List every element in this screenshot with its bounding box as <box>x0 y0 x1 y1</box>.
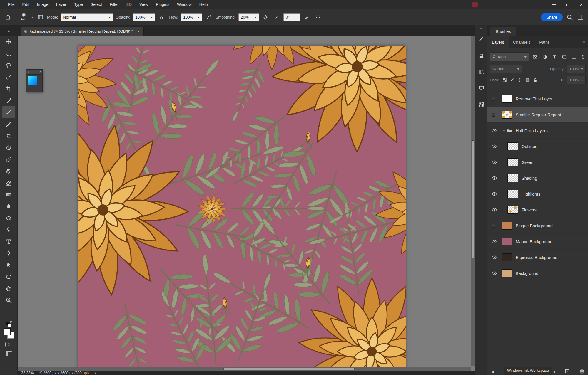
lock-transparent-icon[interactable] <box>502 77 507 83</box>
angle-field[interactable]: 0° <box>283 13 300 21</box>
layer-row[interactable]: Half Drop Layers <box>487 123 588 139</box>
canvas-area[interactable]: » × 33.33% © 3600 px x 3600 px (300 ppi)… <box>18 36 475 375</box>
visibility-toggle[interactable] <box>492 97 502 101</box>
layer-thumbnail[interactable] <box>507 190 518 198</box>
link-layers-icon[interactable] <box>490 368 497 374</box>
search-icon[interactable] <box>565 13 574 21</box>
toolbar-expand-button[interactable]: » <box>0 28 18 36</box>
tab-paths[interactable]: Paths <box>535 36 554 48</box>
share-button[interactable]: Share <box>541 13 563 21</box>
menu-image[interactable]: Image <box>33 0 52 9</box>
menu-type[interactable]: Type <box>70 0 87 9</box>
pen-tool[interactable] <box>2 247 15 259</box>
blur-tool[interactable] <box>2 200 15 212</box>
visibility-toggle[interactable] <box>492 270 502 276</box>
visibility-toggle[interactable] <box>492 144 502 149</box>
layer-row[interactable]: Bisque Background <box>487 218 588 234</box>
visibility-toggle[interactable] <box>492 128 502 133</box>
foreground-color-swatch[interactable] <box>4 328 11 335</box>
adjustment-filter-icon[interactable] <box>541 53 549 60</box>
flow-field[interactable]: 100% <box>181 13 202 21</box>
kind-filter-dropdown[interactable]: Kind <box>490 52 529 61</box>
brush-preset-picker[interactable]: 478 <box>19 13 29 21</box>
smudge-tool[interactable] <box>2 165 15 177</box>
chevron-down-icon[interactable] <box>31 17 34 19</box>
gradient-tool[interactable] <box>2 189 15 200</box>
brushes-panel-icon[interactable] <box>477 34 487 44</box>
path-selection-tool[interactable] <box>2 259 15 271</box>
mixer-brush-tool[interactable] <box>2 153 15 165</box>
vertical-scrollbar[interactable] <box>471 36 475 366</box>
menu-file[interactable]: File <box>4 0 19 9</box>
layer-thumbnail[interactable] <box>502 95 512 103</box>
patterns-panel-icon[interactable] <box>477 100 487 110</box>
menu-window[interactable]: Window <box>173 0 196 9</box>
screen-mode-button[interactable] <box>6 351 12 356</box>
layer-row[interactable]: Green <box>487 154 588 170</box>
visibility-toggle[interactable] <box>492 255 502 260</box>
smoothing-field[interactable]: 20% <box>238 13 259 21</box>
swap-colors-icon[interactable]: ⇄ <box>10 320 12 323</box>
hand-tool[interactable] <box>2 282 15 294</box>
visibility-toggle[interactable] <box>492 159 502 165</box>
layer-row[interactable]: Background <box>487 265 588 281</box>
close-button[interactable]: × <box>574 0 588 9</box>
quick-mask-button[interactable] <box>5 342 12 347</box>
clone-source-panel-icon[interactable] <box>477 50 487 60</box>
layer-row[interactable]: Outlines <box>487 139 588 154</box>
layer-thumbnail[interactable] <box>507 142 518 150</box>
layer-row[interactable]: Highlights <box>487 186 588 202</box>
smoothing-gear-icon[interactable] <box>262 13 270 21</box>
minimize-button[interactable] <box>547 0 561 9</box>
type-filter-icon[interactable] <box>551 53 558 60</box>
visibility-toggle[interactable] <box>492 175 502 181</box>
type-tool[interactable] <box>2 236 15 247</box>
layer-thumbnail[interactable] <box>507 158 518 166</box>
lock-image-icon[interactable] <box>509 77 515 83</box>
layer-thumbnail[interactable] <box>502 253 512 261</box>
brush-tool[interactable] <box>2 106 15 118</box>
opacity-field[interactable]: 100% <box>133 13 155 21</box>
lock-artboard-icon[interactable] <box>524 77 530 83</box>
dodge-tool[interactable] <box>2 224 15 236</box>
menu-layer[interactable]: Layer <box>52 0 70 9</box>
floating-panel-header[interactable]: » × <box>26 69 43 74</box>
vertical-scrollbar-thumb[interactable] <box>472 140 474 258</box>
default-colors-icon[interactable]: ⇄ <box>6 320 12 326</box>
layer-row[interactable]: Mauve Background <box>487 234 588 250</box>
status-chevron-icon[interactable]: › <box>95 371 96 375</box>
panel-close-icon[interactable]: × <box>39 70 41 73</box>
comments-panel-icon[interactable] <box>477 83 487 93</box>
menu-filter[interactable]: Filter <box>106 0 123 9</box>
color-swatches[interactable] <box>4 328 14 339</box>
menu-select[interactable]: Select <box>87 0 106 9</box>
visibility-toggle[interactable] <box>492 113 502 117</box>
smart-filter-icon[interactable] <box>570 53 578 60</box>
sponge-tool[interactable] <box>2 212 15 224</box>
layer-thumbnail[interactable] <box>507 206 518 214</box>
workspace-switcher-icon[interactable] <box>576 13 584 21</box>
tab-close-icon[interactable]: × <box>137 29 140 34</box>
tab-channels[interactable]: Channels <box>509 36 535 48</box>
group-expand-chevron[interactable] <box>502 129 506 132</box>
visibility-toggle[interactable] <box>492 191 502 197</box>
gradient-swatch[interactable] <box>28 76 37 85</box>
layer-row[interactable]: Remove This Layer <box>487 91 588 107</box>
document-tab[interactable]: © Radiance.psd @ 33.3% (Smaller Regular … <box>21 27 144 36</box>
layer-row[interactable]: Shading <box>487 170 588 186</box>
home-icon[interactable] <box>4 13 12 21</box>
floating-swatch-panel[interactable]: » × <box>26 69 43 92</box>
edit-toolbar[interactable] <box>2 306 15 318</box>
lasso-tool[interactable] <box>2 59 15 71</box>
pressure-size-icon[interactable] <box>303 13 311 21</box>
visibility-toggle[interactable] <box>492 207 502 213</box>
restore-button[interactable] <box>561 0 574 9</box>
visibility-toggle[interactable] <box>492 224 502 228</box>
blend-mode-dropdown[interactable]: Normal <box>490 65 522 73</box>
toggle-brush-panel-icon[interactable] <box>36 13 44 21</box>
quick-selection-tool[interactable] <box>2 71 15 83</box>
lock-position-icon[interactable] <box>517 77 523 83</box>
menu-edit[interactable]: Edit <box>19 0 33 9</box>
menu-view[interactable]: View <box>136 0 152 9</box>
filter-toggle-icon[interactable] <box>580 54 586 60</box>
